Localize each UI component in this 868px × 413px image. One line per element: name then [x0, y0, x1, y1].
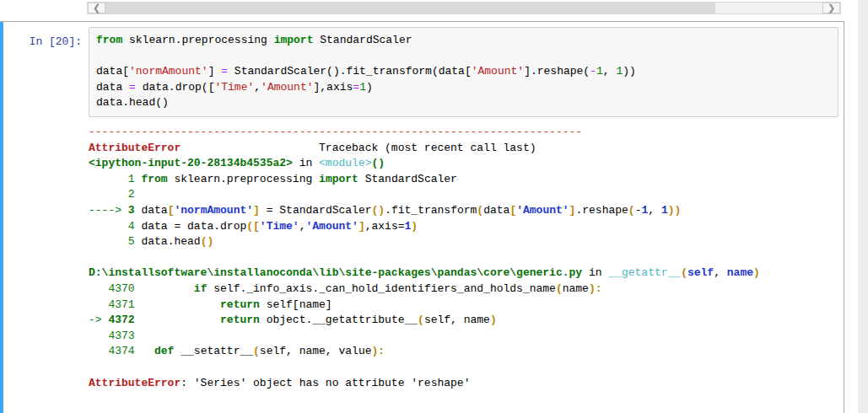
chevron-left-icon: ❮ — [93, 3, 100, 13]
notebook-cell[interactable]: In [20]: from sklearn.preprocessing impo… — [0, 21, 844, 413]
code-editor[interactable]: from sklearn.preprocessing import Standa… — [89, 27, 838, 117]
code-input-text[interactable]: from sklearn.preprocessing import Standa… — [96, 33, 831, 111]
scrollbar-thumb[interactable] — [105, 3, 715, 13]
scrollbar-track[interactable] — [105, 3, 822, 13]
cell-input-area: In [20]: from sklearn.preprocessing impo… — [0, 27, 844, 117]
scroll-right-button[interactable]: ❯ — [822, 3, 840, 13]
scroll-left-button[interactable]: ❮ — [88, 3, 105, 13]
chevron-right-icon: ❯ — [828, 3, 835, 13]
error-traceback-output: ----------------------------------------… — [89, 125, 760, 391]
horizontal-scrollbar[interactable]: ❮ ❯ — [87, 2, 841, 14]
window-right-gutter — [858, 0, 868, 413]
input-prompt: In [20]: — [0, 27, 89, 117]
